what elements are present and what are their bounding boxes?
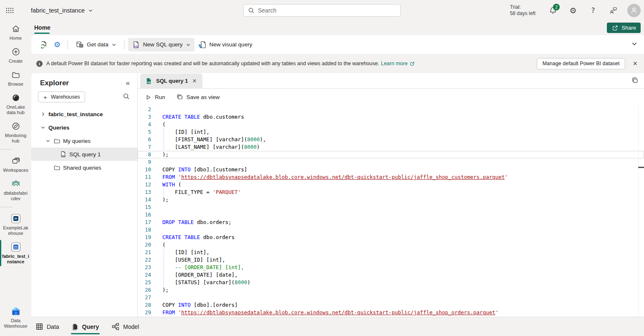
nav-rail-item-workspaces[interactable]: Workspaces — [0, 155, 31, 173]
tree-item-shared-queries[interactable]: Shared queries — [31, 161, 137, 174]
nav-rail-item-home[interactable]: Home — [0, 23, 31, 41]
line-number: 25 — [138, 279, 162, 286]
code-line[interactable]: 19CREATE TABLE dbo.orders — [138, 234, 644, 241]
new-query-refresh-button[interactable] — [37, 38, 51, 51]
code-line[interactable]: 22 [USER_ID] [int], — [138, 256, 644, 264]
indent-guide — [164, 136, 164, 143]
tree-item-fabric-test-instance[interactable]: fabric_test_instance — [31, 107, 137, 121]
nav-rail-item-monitoring-hub[interactable]: Monitoring hub — [0, 121, 31, 144]
settings-button[interactable]: ⚙ — [565, 2, 581, 19]
copy-button[interactable] — [631, 76, 639, 86]
chevron-down-icon[interactable] — [45, 138, 51, 143]
line-number: 24 — [138, 271, 162, 279]
new-visual-query-button[interactable]: New visual query — [194, 38, 256, 51]
ribbon-toolbar: ⚙ Get data SQL New SQL query — [31, 35, 644, 54]
line-number: 23 — [138, 264, 162, 271]
nav-rail-item-label: ExampleLak ehouse — [2, 225, 30, 236]
tree-item-queries[interactable]: Queries — [31, 121, 137, 134]
manage-default-dataset-button[interactable]: Manage default Power BI dataset — [537, 58, 626, 69]
view-tab-model[interactable]: Model — [111, 317, 140, 336]
tab-home[interactable]: Home — [34, 23, 51, 33]
tab-sql-query-1[interactable]: SQL SQL query 1 × — [140, 74, 202, 88]
view-tab-query[interactable]: Query — [71, 317, 100, 336]
sql-code-area[interactable]: 23CREATE TABLE dbo.customers4(5 [ID] [in… — [138, 106, 644, 317]
tree-item-sql-query-1[interactable]: SQLSQL query 1 — [31, 148, 137, 161]
new-sql-query-button[interactable]: SQL New SQL query — [128, 38, 194, 51]
code-line[interactable]: 29FROM 'https://dbtlabsynapsedatalake.bl… — [138, 309, 644, 316]
code-line[interactable]: 11FROM 'https://dbtlabsynapsedatalake.bl… — [138, 173, 644, 181]
banner-close-button[interactable]: × — [630, 59, 640, 68]
search-input[interactable]: Search — [243, 4, 401, 17]
nav-rail-item-create[interactable]: Create — [0, 46, 31, 64]
code-line[interactable]: 15 — [138, 204, 644, 211]
code-line[interactable]: 8); — [138, 151, 644, 158]
query-settings-button[interactable]: ⚙ — [51, 38, 64, 51]
indent-guide — [164, 128, 164, 136]
code-line[interactable]: 20( — [138, 241, 644, 249]
line-number: 2 — [138, 106, 162, 113]
app-launcher-icon[interactable] — [0, 0, 19, 21]
code-line[interactable]: 4( — [138, 121, 644, 128]
code-line[interactable]: 5 [ID] [int], — [138, 128, 644, 136]
indent-guide — [164, 143, 164, 151]
code-line[interactable]: 28COPY INTO [dbo].[orders] — [138, 301, 644, 309]
save-as-view-button[interactable]: Save as view — [176, 94, 220, 101]
code-line[interactable]: 21 [ID] [int], — [138, 249, 644, 256]
ribbon-collapse-button[interactable] — [631, 41, 637, 48]
nav-rail-item-fabric-test-instance[interactable]: fabric_test_i nstance — [0, 242, 31, 265]
workspace-switcher[interactable]: fabric_test_instance — [31, 7, 93, 14]
code-line[interactable]: 7 [LAST_NAME] [varchar](8000) — [138, 143, 644, 151]
tree-item-my-queries[interactable]: My queries — [31, 134, 137, 148]
code-line[interactable]: 27 — [138, 294, 644, 301]
code-line[interactable]: 23 -- [ORDER_DATE] [int], — [138, 264, 644, 271]
nav-rail-item-label: dbtlabsfabri cdev — [2, 191, 30, 201]
chevron-right-icon[interactable] — [40, 112, 46, 117]
browse-icon — [11, 69, 20, 80]
run-button[interactable]: Run — [145, 94, 165, 101]
help-button[interactable]: ? — [585, 2, 601, 19]
code-line[interactable]: 24 [ORDER_DATE] [date], — [138, 271, 644, 279]
gear-icon: ⚙ — [569, 6, 576, 15]
line-number: 18 — [138, 226, 162, 234]
code-line[interactable]: 9 — [138, 158, 644, 166]
nav-rail-item-data-warehouse[interactable]: Data Warehouse — [0, 306, 31, 329]
code-line[interactable]: 26); — [138, 286, 644, 294]
code-text: [ID] [int], — [162, 128, 210, 136]
fabric-test-instance-icon — [10, 242, 21, 252]
code-line[interactable]: 3CREATE TABLE dbo.customers — [138, 113, 644, 121]
code-line[interactable]: 6 [FIRST_NAME] [varchar](8000), — [138, 136, 644, 143]
code-line[interactable]: 17DROP TABLE dbo.orders; — [138, 219, 644, 226]
workspaces-icon — [11, 155, 20, 166]
chevron-down-icon — [186, 42, 191, 47]
get-data-button[interactable]: Get data — [72, 38, 120, 51]
add-warehouses-button[interactable]: + Warehouses — [38, 92, 85, 102]
code-line[interactable]: 12WITH ( — [138, 181, 644, 188]
toolbar-divider — [68, 40, 68, 49]
chevron-down-icon[interactable] — [40, 125, 46, 130]
nav-rail-item-examplelakehouse[interactable]: ExampleLak ehouse — [0, 213, 31, 236]
account-avatar[interactable] — [627, 4, 641, 17]
nav-rail-item-browse[interactable]: Browse — [0, 69, 31, 87]
share-button[interactable]: Share — [607, 23, 641, 33]
code-line[interactable]: 16 — [138, 211, 644, 219]
editor-scrollbar[interactable] — [638, 106, 644, 317]
view-tab-label: Query — [82, 323, 99, 330]
code-line[interactable]: 25 [STATUS] [varchar](8000) — [138, 279, 644, 286]
learn-more-link[interactable]: Learn more — [381, 61, 415, 66]
feedback-button[interactable] — [605, 2, 621, 19]
tab-close-button[interactable]: × — [192, 77, 197, 85]
code-line[interactable]: 18 — [138, 226, 644, 234]
explorer-panel: Explorer « + Warehouses fabric_test_inst… — [31, 73, 138, 317]
nav-rail-item-onelake-data-hub[interactable]: OneLake data hub — [0, 92, 31, 115]
code-line[interactable]: 10COPY INTO [dbo].[customers] — [138, 166, 644, 173]
code-line[interactable]: 13 FILE_TYPE = 'PARQUET' — [138, 188, 644, 196]
explorer-collapse-button[interactable]: « — [126, 79, 130, 87]
code-line[interactable]: 14); — [138, 196, 644, 204]
rail-divider — [0, 149, 13, 150]
explorer-search-button[interactable] — [123, 93, 130, 102]
code-line[interactable]: 2 — [138, 106, 644, 113]
code-text: COPY INTO [dbo].[customers] — [162, 166, 247, 173]
nav-rail-item-dbtlabsfabricdev[interactable]: dbtlabsfabri cdev — [0, 178, 31, 201]
notifications-button[interactable]: 2 — [545, 2, 561, 19]
view-tab-data[interactable]: Data — [35, 317, 60, 336]
